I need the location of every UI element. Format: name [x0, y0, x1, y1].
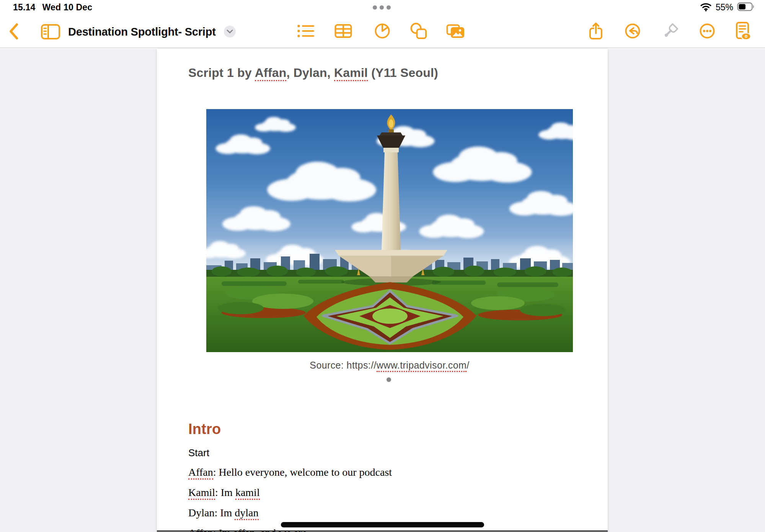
document-image-monas[interactable]	[206, 109, 573, 352]
back-button[interactable]	[8, 22, 19, 42]
object-anchor-dot	[387, 377, 391, 382]
doc-heading-line[interactable]: Script 1 by Affan, Dylan, Kamil (Y11 Seo…	[188, 66, 438, 80]
insert-media-button[interactable]	[446, 23, 465, 41]
keyboard-top-edge	[157, 530, 608, 532]
insert-list-button[interactable]	[297, 23, 315, 41]
dialogue-text: : Im	[215, 486, 235, 498]
body-line[interactable]: Kamil: Im kamil	[188, 486, 260, 499]
insert-table-button[interactable]	[334, 23, 352, 41]
insert-shape-button[interactable]	[409, 23, 427, 41]
dialogue-text-misspelled: dylan	[235, 507, 258, 520]
clock-date: 15.14Wed 10 Dec	[13, 2, 92, 13]
title-text: , Dylan,	[286, 66, 334, 80]
multitask-dots-icon[interactable]	[373, 5, 391, 10]
chevron-down-icon	[227, 29, 233, 34]
dialogue-text: Dylan: Im	[188, 507, 235, 519]
home-indicator[interactable]	[281, 522, 484, 527]
title-text-misspelled: Affan	[255, 66, 287, 81]
speaker-name-misspelled: Kamil	[188, 486, 215, 500]
more-icon[interactable]	[699, 23, 716, 41]
speaker-name-misspelled: Affan	[188, 466, 213, 480]
app-toolbar: Destination Spotlight- Script	[0, 15, 765, 48]
caption-text: /	[467, 360, 469, 370]
title-text: Script 1 by	[188, 66, 255, 80]
undo-icon[interactable]	[624, 23, 641, 41]
image-caption[interactable]: Source: https://www.tripadvisor.com/	[206, 360, 573, 371]
title-menu-button[interactable]	[224, 26, 236, 38]
insert-chart-button[interactable]	[374, 23, 391, 41]
title-text: (Y11 Seoul)	[368, 66, 438, 80]
section-heading[interactable]: Intro	[188, 421, 221, 437]
body-line[interactable]: Affan: Hello everyone, welcome to our po…	[188, 466, 392, 478]
body-line-start[interactable]: Start	[188, 447, 209, 459]
document-title[interactable]: Destination Spotlight- Script	[68, 24, 216, 40]
status-right: 55%	[700, 2, 755, 13]
document-page[interactable]: Script 1 by Affan, Dylan, Kamil (Y11 Seo…	[157, 49, 608, 532]
dialogue-text: : Hello everyone, welcome to our podcast	[213, 466, 392, 478]
battery-icon	[737, 2, 755, 13]
document-sidebar-icon[interactable]	[41, 24, 60, 41]
date: Wed 10 Dec	[42, 2, 93, 12]
reader-view-icon[interactable]	[735, 21, 752, 42]
share-icon[interactable]	[589, 22, 603, 42]
title-text-misspelled: Kamil	[334, 66, 368, 81]
caption-text: Source: https://	[310, 360, 377, 370]
wifi-icon	[700, 2, 712, 13]
editor-canvas: Script 1 by Affan, Dylan, Kamil (Y11 Seo…	[0, 49, 765, 532]
dialogue-text-misspelled: kamil	[235, 486, 260, 500]
body-line[interactable]: Dylan: Im dylan	[188, 507, 259, 519]
caption-link-misspelled: www.tripadvisor.com	[377, 360, 467, 372]
clock: 15.14	[13, 2, 36, 12]
status-bar: 15.14Wed 10 Dec 55%	[0, 0, 765, 15]
battery-percent: 55%	[716, 2, 733, 13]
format-brush-icon[interactable]	[662, 23, 679, 41]
ipad-screen: 15.14Wed 10 Dec 55%	[0, 0, 765, 532]
